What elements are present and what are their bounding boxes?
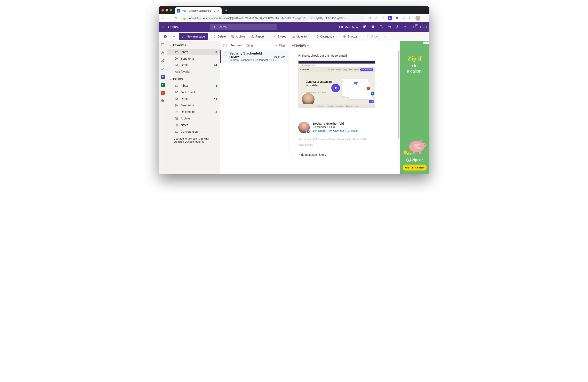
nav-folder-drafts[interactable]: Drafts44	[167, 96, 220, 102]
tab-title: Mail - Bethany Stachenfeld - O	[182, 9, 215, 12]
address-bar[interactable]: 🔒 outlook.live.com /mail/0/inbox/id/AQQk…	[180, 15, 365, 21]
close-tab-icon[interactable]: ✕	[217, 9, 220, 13]
install-app-icon[interactable]	[367, 16, 372, 20]
scrollbar-thumb[interactable]	[398, 50, 399, 138]
ad-panel: ⓘ ✕ Zip if a lota gallon.	[400, 41, 429, 174]
reload-button[interactable]: ⟳	[174, 16, 178, 20]
nav-folder-sent-items[interactable]: Sent Items	[167, 102, 220, 109]
filter-button[interactable]: Filter	[275, 44, 285, 47]
nav-favorite-inbox[interactable]: Inbox3	[167, 49, 220, 55]
categorize-dropdown[interactable]: Categorize⌄	[314, 33, 340, 40]
undo-button[interactable]: Undo	[364, 33, 380, 40]
chevron-down-icon: ⌄	[170, 44, 171, 47]
word-app-icon[interactable]: W	[161, 75, 165, 79]
mail-module-icon[interactable]	[161, 35, 169, 38]
new-tab-button[interactable]: ＋	[224, 8, 228, 13]
svg-rect-5	[339, 26, 342, 28]
svg-rect-27	[161, 101, 163, 102]
meet-now-button[interactable]: Meet Now	[339, 25, 358, 29]
select-checkbox[interactable]	[224, 52, 227, 56]
message-body: Hi there, check out this video email! 🔒 …	[288, 50, 400, 150]
svg-rect-19	[164, 35, 167, 38]
archive-dropdown[interactable]: Archive	[229, 33, 247, 40]
outlook-favicon-icon: o	[177, 9, 180, 13]
minimize-window-button[interactable]	[166, 9, 168, 12]
message-item[interactable]: Bethany Stachenfeld Preview -10:14 AM Be…	[220, 50, 288, 63]
teams-icon[interactable]	[363, 25, 367, 29]
nav-folder-conversation-[interactable]: Conversation …	[167, 128, 220, 135]
more-apps-icon[interactable]	[160, 98, 165, 103]
back-button[interactable]: ←	[161, 16, 165, 20]
nav-folder-notes[interactable]: Notes	[167, 122, 220, 128]
tab-focused[interactable]: Focused	[231, 42, 242, 49]
maximize-window-button[interactable]	[170, 9, 172, 12]
more-commands-icon[interactable]: ⋯	[382, 34, 386, 39]
app-launcher-icon[interactable]: ⠿	[162, 25, 164, 29]
hamburger-icon[interactable]: ≡	[170, 35, 178, 38]
calendar-module-icon[interactable]	[160, 42, 165, 47]
select-all-checkbox[interactable]	[223, 44, 227, 47]
search-box[interactable]: Search	[210, 24, 277, 30]
signature-link-sendspark[interactable]: Sendspark	[313, 129, 325, 132]
people-module-icon[interactable]	[160, 50, 165, 55]
profile-avatar[interactable]	[416, 16, 420, 21]
trash-icon	[213, 35, 216, 38]
ad-close-icon[interactable]: ⓘ ✕	[423, 41, 429, 44]
tab-overflow-icon[interactable]: ⌄	[425, 8, 427, 12]
powerpoint-app-icon[interactable]: P	[161, 91, 165, 95]
forward-button[interactable]: →	[167, 16, 172, 20]
bookmark-star-icon[interactable]: ☆	[381, 16, 385, 20]
signature-link-linkedin[interactable]: LinkedIn	[348, 129, 357, 132]
nav-folder-archive[interactable]: Archive	[167, 115, 220, 122]
message-subject: Preview -	[229, 55, 241, 58]
svg-point-42	[407, 153, 408, 155]
chrome-menu-icon[interactable]: ⋮	[423, 16, 427, 20]
favorites-header[interactable]: ⌄Favorites	[167, 41, 220, 49]
onenote-feed-icon[interactable]	[379, 25, 383, 29]
tab-other[interactable]: Other	[246, 42, 253, 49]
new-message-button[interactable]: New message	[179, 33, 208, 40]
excel-app-icon[interactable]: X	[161, 83, 165, 87]
ad-cta-button[interactable]: GET STARTED	[402, 165, 427, 171]
signature-link-calendar[interactable]: My Calendar	[329, 129, 344, 132]
account-avatar[interactable]: BS	[420, 24, 426, 30]
sendspark-extension-icon[interactable]: ▶	[388, 16, 392, 20]
extensions-icon[interactable]	[395, 16, 399, 20]
hide-history-button[interactable]: ⌃ Hide message history	[288, 150, 400, 159]
nav-folder-junk-email[interactable]: Junk Email	[167, 89, 220, 96]
folders-header[interactable]: ⌄Folders	[167, 75, 220, 82]
snooze-dropdown[interactable]: Snooze⌄	[341, 33, 363, 40]
side-panel-icon[interactable]	[408, 16, 413, 20]
report-dropdown[interactable]: Report⌄	[249, 33, 270, 40]
nav-favorite-drafts[interactable]: Drafts44	[167, 62, 220, 68]
unsubscribe-link[interactable]: Unsubscribe	[298, 143, 394, 146]
footer-address: Sendspark, 454 Soledad Street, San Anton…	[298, 138, 394, 141]
share-icon[interactable]	[374, 16, 378, 20]
skype-icon[interactable]: S	[371, 25, 375, 29]
diamond-icon	[170, 137, 171, 140]
settings-gear-icon[interactable]	[396, 25, 399, 29]
adchoices-icon[interactable]: ▷	[400, 171, 403, 174]
upgrade-banner[interactable]: Upgrade to Microsoft 365 with premium Ou…	[167, 135, 220, 145]
svg-point-32	[424, 144, 424, 145]
whats-new-icon[interactable]: 2	[412, 25, 416, 29]
folder-icon	[175, 63, 178, 67]
help-icon[interactable]	[404, 25, 408, 29]
svg-point-17	[397, 26, 398, 27]
reading-list-icon[interactable]	[401, 16, 406, 20]
my-day-icon[interactable]	[388, 25, 391, 29]
close-window-button[interactable]	[162, 9, 164, 12]
sweep-button[interactable]: Sweep	[271, 33, 289, 40]
add-favorite-link[interactable]: Add favorite	[167, 68, 220, 75]
browser-tab[interactable]: o Mail - Bethany Stachenfeld - O ✕	[175, 7, 222, 14]
ad-headline: Zip if	[407, 55, 422, 62]
nav-folder-inbox[interactable]: Inbox3	[167, 82, 220, 89]
move-to-dropdown[interactable]: Move to⌄	[290, 33, 312, 40]
nav-favorite-sent-items[interactable]: Sent Items	[167, 55, 220, 62]
nav-folder-deleted-ite-[interactable]: Deleted Ite…8	[167, 109, 220, 115]
video-thumbnail-card[interactable]: 🔒 sendspark.com ✉ sendspark Use Cases Pl…	[298, 60, 375, 108]
files-module-icon[interactable]	[160, 59, 165, 63]
todo-module-icon[interactable]	[160, 67, 165, 71]
delete-button[interactable]: Delete	[211, 33, 228, 40]
svg-rect-26	[163, 99, 164, 100]
